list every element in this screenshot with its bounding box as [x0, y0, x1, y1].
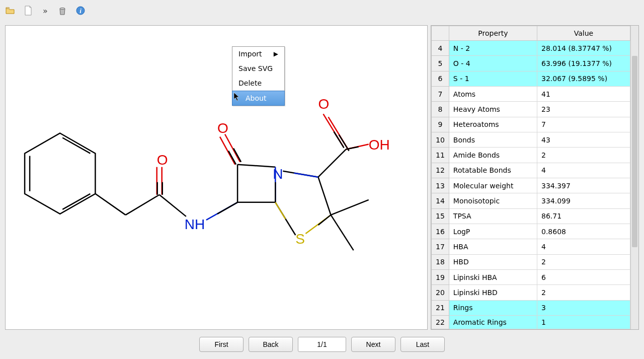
svg-line-33 — [331, 215, 354, 250]
cell-value: 0.8608 — [537, 224, 630, 239]
atom-O3: O — [318, 96, 329, 112]
cell-property: TPSA — [449, 208, 537, 224]
svg-line-28 — [318, 215, 331, 225]
menu-delete[interactable]: Delete — [232, 76, 284, 91]
first-button[interactable]: First — [199, 337, 244, 352]
table-row[interactable]: 17HBA4 — [432, 239, 630, 254]
molecule-structure: O NH O N S O OH — [6, 26, 427, 323]
chevron-right-icon: ▶ — [274, 50, 278, 57]
info-icon[interactable]: i — [74, 5, 87, 17]
cell-property: Aromatic Rings — [449, 316, 537, 329]
row-number: 17 — [432, 239, 449, 254]
table-row[interactable]: 15TPSA86.71 — [432, 208, 630, 224]
svg-line-15 — [217, 202, 237, 214]
cell-property: Lipinski HBD — [449, 285, 537, 300]
cell-value: 3 — [537, 300, 630, 315]
cell-property: Bonds — [449, 132, 537, 147]
col-value[interactable]: Value — [537, 26, 630, 41]
cell-value: 2 — [537, 148, 630, 163]
table-row[interactable]: 18HBD2 — [432, 254, 630, 269]
cell-property: S - 1 — [449, 71, 537, 86]
table-row[interactable]: 9Heteroatoms7 — [432, 117, 630, 132]
scrollbar-thumb[interactable] — [632, 56, 637, 247]
cell-property: HBD — [449, 254, 537, 269]
cell-property: Heteroatoms — [449, 117, 537, 132]
document-icon[interactable] — [22, 5, 34, 17]
scrollbar-vertical[interactable] — [630, 26, 638, 329]
table-row[interactable]: 21Rings3 — [432, 300, 630, 315]
cell-value: 23 — [537, 102, 630, 117]
cell-value: 32.067 (9.5895 %) — [537, 71, 630, 86]
table-row[interactable]: 13Molecular weight334.397 — [432, 178, 630, 193]
table-row[interactable]: 5O - 463.996 (19.1377 %) — [432, 56, 630, 71]
table-row[interactable]: 20Lipinski HBD2 — [432, 285, 630, 300]
svg-line-17 — [237, 165, 275, 167]
cell-value: 1 — [537, 316, 630, 329]
next-button[interactable]: Next — [351, 337, 395, 352]
cell-value: 4 — [537, 163, 630, 178]
page-input[interactable] — [298, 337, 346, 352]
svg-line-29 — [318, 177, 331, 215]
cell-value: 86.71 — [537, 208, 630, 224]
svg-line-32 — [331, 200, 369, 215]
menu-save-svg[interactable]: Save SVG — [232, 61, 284, 76]
cell-property: Rings — [449, 300, 537, 315]
col-rownum[interactable] — [432, 26, 449, 41]
table-row[interactable]: 12Rotatable Bonds4 — [432, 163, 630, 178]
svg-line-5 — [62, 138, 90, 154]
cell-property: Rotatable Bonds — [449, 163, 537, 178]
svg-line-31 — [294, 173, 318, 177]
table-row[interactable]: 4N - 228.014 (8.37747 %) — [432, 41, 630, 56]
table-row[interactable]: 16LogP0.8608 — [432, 224, 630, 239]
atom-S: S — [295, 231, 305, 247]
delete-icon[interactable] — [56, 5, 68, 17]
properties-table: Property Value 4N - 228.014 (8.37747 %)5… — [431, 26, 630, 329]
menu-about[interactable]: About — [232, 91, 285, 106]
cursor-icon — [233, 92, 240, 101]
svg-marker-3 — [25, 133, 95, 214]
properties-panel: Property Value 4N - 228.014 (8.37747 %)5… — [431, 25, 639, 330]
svg-line-34 — [318, 150, 346, 177]
svg-line-6 — [62, 194, 90, 209]
cell-property: Molecular weight — [449, 178, 537, 193]
row-number: 19 — [432, 269, 449, 284]
table-row[interactable]: 11Amide Bonds2 — [432, 148, 630, 163]
cell-value: 334.397 — [537, 178, 630, 193]
cell-property: Amide Bonds — [449, 148, 537, 163]
back-button[interactable]: Back — [249, 337, 293, 352]
cell-property: N - 2 — [449, 41, 537, 56]
table-row[interactable]: 22Aromatic Rings1 — [432, 316, 630, 329]
table-row[interactable]: 8Heavy Atoms23 — [432, 102, 630, 117]
table-row[interactable]: 10Bonds43 — [432, 132, 630, 147]
table-row[interactable]: 19Lipinski HBA6 — [432, 269, 630, 284]
row-number: 11 — [432, 148, 449, 163]
cell-property: Lipinski HBA — [449, 269, 537, 284]
overflow-icon[interactable]: » — [40, 5, 50, 17]
svg-line-21 — [220, 137, 235, 165]
svg-line-8 — [126, 195, 159, 215]
row-number: 13 — [432, 178, 449, 193]
open-file-icon[interactable] — [4, 5, 16, 17]
cell-value: 7 — [537, 117, 630, 132]
col-property[interactable]: Property — [449, 26, 537, 41]
row-number: 16 — [432, 224, 449, 239]
cell-property: Monoisotopic — [449, 193, 537, 208]
atom-N: N — [273, 166, 283, 182]
menu-import[interactable]: Import ▶ — [232, 47, 284, 61]
table-row[interactable]: 14Monoisotopic334.099 — [432, 193, 630, 208]
row-number: 15 — [432, 208, 449, 224]
atom-O: O — [157, 152, 168, 168]
row-number: 9 — [432, 117, 449, 132]
row-number: 10 — [432, 132, 449, 147]
last-button[interactable]: Last — [400, 337, 445, 352]
navigation-bar: First Back Next Last — [5, 330, 639, 354]
atom-O2: O — [217, 120, 228, 136]
row-number: 7 — [432, 86, 449, 101]
table-row[interactable]: 6S - 132.067 (9.5895 %) — [432, 71, 630, 86]
cell-value: 43 — [537, 132, 630, 147]
molecule-canvas[interactable]: O NH O N S O OH Import ▶ Save SVG — [5, 25, 428, 330]
atom-OH: OH — [369, 137, 390, 153]
toolbar: » i — [0, 0, 644, 21]
table-row[interactable]: 7Atoms41 — [432, 86, 630, 101]
row-number: 14 — [432, 193, 449, 208]
